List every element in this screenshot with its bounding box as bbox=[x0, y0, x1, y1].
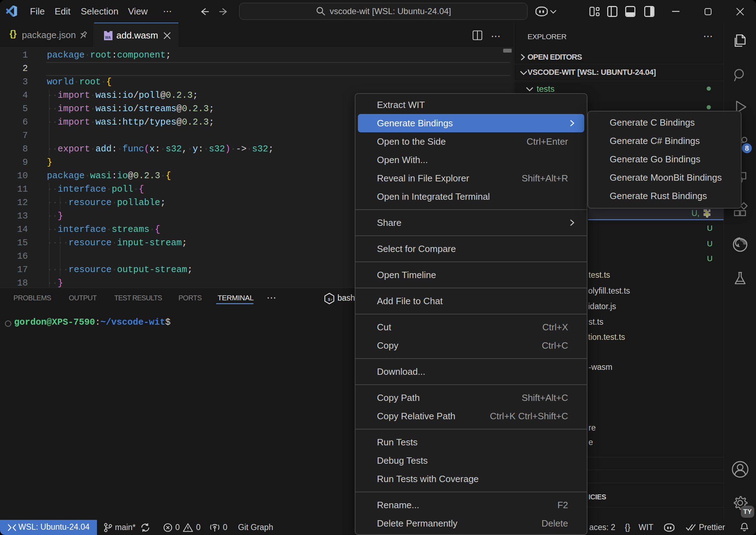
svg-text:WA: WA bbox=[105, 36, 111, 40]
svg-text:$›: $› bbox=[328, 297, 333, 302]
